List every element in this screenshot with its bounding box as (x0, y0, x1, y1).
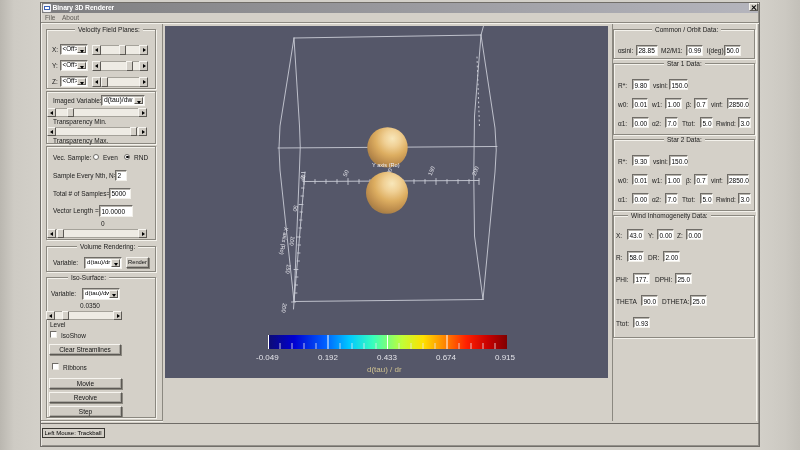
svg-text:100: 100 (288, 236, 296, 246)
svg-text:50: 50 (292, 205, 299, 212)
svg-text:0: 0 (299, 176, 305, 180)
svg-text:0.192: 0.192 (318, 353, 339, 362)
svg-text:50: 50 (342, 169, 350, 177)
svg-text:150: 150 (427, 165, 436, 176)
svg-text:200: 200 (471, 165, 480, 176)
svg-text:-0.049: -0.049 (256, 353, 279, 362)
svg-text:0.674: 0.674 (436, 353, 457, 362)
svg-text:0.915: 0.915 (495, 353, 516, 362)
svg-text:150: 150 (284, 264, 292, 274)
svg-text:0.433: 0.433 (377, 353, 398, 362)
svg-text:X axis (Ro): X axis (Ro) (279, 227, 290, 255)
svg-text:200: 200 (280, 303, 288, 313)
svg-text:Y axis (Ro): Y axis (Ro) (372, 162, 400, 168)
svg-text:d(tau) / dr: d(tau) / dr (367, 365, 402, 374)
